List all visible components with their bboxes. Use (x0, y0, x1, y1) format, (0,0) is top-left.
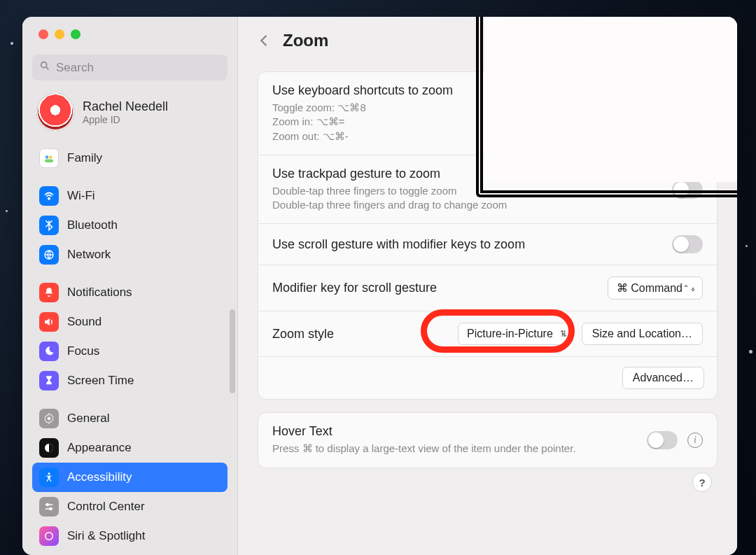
svg-line-1 (46, 67, 48, 69)
desktop: Search Rachel Needell Apple ID (0, 0, 756, 555)
chevron-updown-icon: ⇅ (560, 329, 567, 339)
sidebar: Search Rachel Needell Apple ID (22, 17, 238, 555)
toggle-trackpad-zoom[interactable] (672, 181, 703, 199)
search-icon (39, 60, 50, 75)
sidebar-item-label: Focus (67, 344, 99, 358)
gear-icon (39, 409, 59, 428)
moon-icon (39, 342, 59, 361)
appearance-icon (39, 438, 59, 458)
help-button[interactable]: ? (692, 472, 712, 492)
settings-window: Search Rachel Needell Apple ID (22, 17, 737, 555)
toggle-keyboard-zoom[interactable] (672, 104, 703, 122)
sidebar-item-notifications[interactable]: Notifications (32, 278, 227, 307)
sidebar-item-label: Wi-Fi (67, 189, 95, 203)
svg-point-2 (46, 155, 49, 159)
bell-icon (39, 283, 59, 302)
row-hover-text: Hover Text Press ⌘ to display a large-te… (258, 413, 717, 467)
fullscreen-button[interactable] (71, 29, 80, 39)
sidebar-item-label: Siri & Spotlight (67, 529, 146, 543)
avatar (36, 93, 74, 131)
svg-point-13 (50, 508, 52, 510)
svg-point-7 (48, 417, 51, 421)
sidebar-item-network[interactable]: Network (32, 240, 227, 269)
advanced-button[interactable]: Advanced… (622, 367, 704, 389)
profile-subtitle: Apple ID (83, 114, 168, 125)
accessibility-icon (39, 468, 59, 487)
content: Zoom Use keyboard shortcuts to zoom Togg… (238, 17, 737, 555)
sidebar-item-label: Control Center (67, 500, 145, 514)
sidebar-item-bluetooth[interactable]: Bluetooth (32, 211, 227, 240)
sidebar-scrollbar[interactable] (230, 309, 235, 393)
sidebar-item-label: General (67, 412, 109, 426)
row-title: Modifier key for scroll gesture (272, 281, 437, 295)
row-modifier-key: Modifier key for scroll gesture ⌘ Comman… (258, 265, 717, 311)
sidebar-item-label: Notifications (67, 286, 132, 300)
sidebar-item-label: Screen Time (67, 374, 134, 388)
sidebar-item-focus[interactable]: Focus (32, 337, 227, 366)
toggle-hover-text[interactable] (647, 431, 678, 449)
sliders-icon (39, 497, 59, 517)
row-title: Use scroll gesture with modifier keys to… (272, 237, 525, 252)
sidebar-item-label: Bluetooth (67, 218, 118, 232)
wifi-icon (39, 186, 59, 206)
speaker-icon (39, 312, 59, 332)
sidebar-item-label: Family (67, 151, 102, 165)
row-sub: Double-tap three fingers to toggle zoom … (272, 184, 507, 213)
chevron-updown-icon: ⌃⌄ (682, 283, 696, 293)
sidebar-list: Rachel Needell Apple ID Family (22, 87, 233, 555)
hover-panel: Hover Text Press ⌘ to display a large-te… (258, 412, 718, 468)
svg-point-5 (48, 198, 50, 199)
sidebar-item-screentime[interactable]: Screen Time (32, 366, 227, 395)
svg-point-0 (41, 62, 47, 68)
minimize-button[interactable] (55, 29, 64, 39)
globe-icon (39, 245, 59, 265)
zoom-panel: Use keyboard shortcuts to zoom Toggle zo… (258, 71, 718, 400)
svg-rect-4 (45, 160, 53, 163)
bluetooth-icon (39, 216, 59, 235)
size-location-button[interactable]: Size and Location… (582, 323, 703, 345)
row-title: Hover Text (272, 424, 576, 439)
profile-name: Rachel Needell (83, 99, 168, 114)
row-trackpad-zoom: Use trackpad gesture to zoom Double-tap … (258, 155, 717, 225)
row-title: Use trackpad gesture to zoom (272, 167, 507, 181)
sidebar-item-label: Accessibility (67, 470, 132, 484)
sidebar-item-accessibility[interactable]: Accessibility (32, 463, 227, 492)
sidebar-item-sound[interactable]: Sound (32, 307, 227, 337)
sidebar-item-label: Network (67, 248, 111, 262)
family-icon (39, 148, 59, 168)
sidebar-item-controlcenter[interactable]: Control Center (32, 492, 227, 521)
sidebar-item-family[interactable]: Family (32, 143, 227, 173)
row-scroll-zoom: Use scroll gesture with modifier keys to… (258, 224, 717, 265)
sidebar-item-siri[interactable]: Siri & Spotlight (32, 521, 227, 551)
svg-point-11 (46, 504, 48, 506)
row-keyboard-zoom: Use keyboard shortcuts to zoom Toggle zo… (258, 72, 717, 155)
back-button[interactable] (256, 33, 272, 48)
row-sub: Toggle zoom: ⌥⌘8 Zoom in: ⌥⌘= Zoom out: … (272, 101, 453, 143)
row-title: Zoom style (272, 327, 334, 342)
row-advanced: Advanced… (258, 357, 717, 399)
svg-point-14 (46, 533, 53, 540)
window-controls (22, 17, 237, 39)
sidebar-profile[interactable]: Rachel Needell Apple ID (32, 87, 227, 139)
sidebar-item-wifi[interactable]: Wi-Fi (32, 181, 227, 211)
sidebar-item-label: Sound (67, 315, 102, 329)
help-wrap: ? (692, 472, 712, 492)
modifier-key-select[interactable]: ⌘ Command ⌃⌄ (608, 276, 703, 300)
svg-point-3 (49, 155, 52, 159)
sidebar-item-appearance[interactable]: Appearance (32, 433, 227, 463)
siri-icon (39, 526, 59, 546)
close-button[interactable] (38, 29, 48, 39)
row-title: Use keyboard shortcuts to zoom (272, 83, 453, 98)
hourglass-icon (39, 371, 59, 391)
svg-point-9 (48, 472, 50, 475)
zoom-style-select[interactable]: Picture-in-Picture ⇅ (458, 323, 573, 345)
toggle-scroll-zoom[interactable] (672, 235, 703, 253)
info-icon[interactable]: i (687, 433, 703, 448)
page-title: Zoom (283, 31, 328, 50)
sidebar-item-general[interactable]: General (32, 404, 227, 433)
row-zoom-style: Zoom style Picture-in-Picture ⇅ Size and… (258, 311, 717, 357)
search-placeholder: Search (56, 61, 94, 75)
search-input[interactable]: Search (32, 55, 227, 80)
row-sub: Press ⌘ to display a large-text view of … (272, 442, 576, 456)
content-header: Zoom (238, 17, 737, 71)
